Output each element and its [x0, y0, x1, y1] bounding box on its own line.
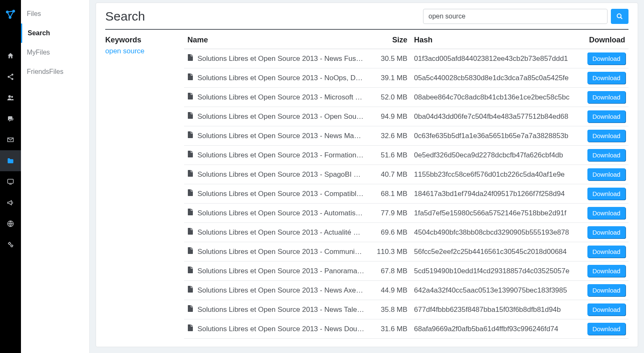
table-row: Solutions Libres et Open Source 2013 - M… [184, 88, 628, 107]
file-hash: 56fcc5e2eef2c25b4416561c30545c2018d00684 [411, 242, 584, 261]
table-row: Solutions Libres et Open Source 2013 - C… [184, 184, 628, 204]
file-name: Solutions Libres et Open Source 2013 - N… [197, 306, 364, 314]
file-name: Solutions Libres et Open Source 2013 - P… [197, 267, 364, 275]
download-button[interactable]: Download [587, 207, 626, 219]
file-size: 35.8 MB [371, 300, 410, 319]
file-hash: 68afa9669a2f0afb5ba61d4ffbf93c996246fd74 [411, 319, 584, 339]
file-name: Solutions Libres et Open Source 2013 - S… [197, 170, 361, 179]
table-row: Solutions Libres et Open Source 2013 - N… [184, 339, 628, 341]
nav-share[interactable] [0, 66, 21, 87]
table-row: Solutions Libres et Open Source 2013 - A… [184, 223, 628, 242]
svg-point-12 [617, 14, 621, 18]
svg-point-10 [9, 243, 11, 245]
download-button[interactable]: Download [587, 130, 626, 142]
download-button[interactable]: Download [587, 226, 626, 238]
file-name: Solutions Libres et Open Source 2013 - N… [197, 325, 364, 333]
svg-point-7 [11, 96, 13, 98]
results-table: Name Size Hash Download Solutions Libres… [184, 34, 628, 341]
file-hash: 0e5edf326d50eca9d2278dcbcfb47fa626cbf4db [411, 146, 584, 165]
table-row: Solutions Libres et Open Source 2013 - N… [184, 68, 628, 88]
file-hash: 01f3acd005afd844023812ee43cb2b73e857ddd1 [411, 49, 584, 68]
svg-point-5 [11, 78, 13, 80]
nav-files[interactable] [0, 150, 21, 171]
nav-network[interactable] [0, 213, 21, 234]
search-input[interactable] [423, 9, 608, 24]
search-button[interactable] [611, 9, 628, 24]
nav-settings[interactable] [0, 234, 21, 255]
file-icon [187, 189, 193, 198]
download-button[interactable]: Download [587, 323, 626, 335]
file-icon [187, 267, 193, 275]
nav-chat[interactable] [0, 108, 21, 129]
nav-announce[interactable] [0, 192, 21, 213]
sidebar-item-friendsfiles[interactable]: FriendsFiles [21, 62, 89, 81]
nav-mail[interactable] [0, 129, 21, 150]
app-logo-icon [0, 3, 21, 25]
download-button[interactable]: Download [587, 168, 626, 180]
nav-people[interactable] [0, 87, 21, 108]
file-size: 67.8 MB [371, 261, 410, 281]
file-icon [187, 73, 193, 82]
download-button[interactable]: Download [587, 303, 626, 316]
file-name: Solutions Libres et Open Source 2013 - A… [197, 209, 363, 217]
download-button[interactable]: Download [587, 188, 626, 200]
nav-home[interactable] [0, 45, 21, 66]
file-name: Solutions Libres et Open Source 2013 - F… [197, 151, 364, 160]
file-icon [187, 93, 193, 102]
file-hash: 642a4a32f40cc5aac0513e1399075bec183f3985 [411, 281, 584, 300]
sidebar-item-myfiles[interactable]: MyFiles [21, 43, 89, 62]
file-hash: 5cd519490b10edd1f4cd29318857d4c03525057e [411, 261, 584, 281]
download-button[interactable]: Download [587, 91, 626, 103]
file-name: Solutions Libres et Open Source 2013 - C… [197, 248, 362, 256]
file-size: 77.9 MB [371, 204, 410, 223]
file-hash: 08abee864c70c8adc8b41cb136e1ce2bec58c5bc [411, 88, 584, 107]
file-hash: 184617a3bd1ef794da24f09517b1266f7f258d94 [411, 184, 584, 204]
file-hash: 1155bb23fcc58ce6f576d01cb226c5da40af1e9e [411, 165, 584, 184]
search-icon [616, 13, 623, 20]
svg-rect-8 [8, 179, 13, 183]
file-name: Solutions Libres et Open Source 2013 - M… [197, 93, 362, 102]
file-size: 69.6 MB [371, 223, 410, 242]
file-icon [187, 286, 193, 295]
file-size: 52.0 MB [371, 88, 410, 107]
table-row: Solutions Libres et Open Source 2013 - N… [184, 49, 628, 68]
download-button[interactable]: Download [587, 265, 626, 277]
file-size: 30.5 MB [371, 49, 410, 68]
download-button[interactable]: Download [587, 149, 626, 161]
table-row: Solutions Libres et Open Source 2013 - N… [184, 319, 628, 339]
file-size: 32.6 MB [371, 126, 410, 146]
download-button[interactable]: Download [587, 72, 626, 84]
file-icon [187, 151, 193, 160]
table-row: Solutions Libres et Open Source 2013 - N… [184, 126, 628, 146]
file-icon [187, 228, 193, 237]
file-name: Solutions Libres et Open Source 2013 - O… [197, 112, 364, 121]
download-button[interactable]: Download [587, 284, 626, 296]
table-row: Solutions Libres et Open Source 2013 - S… [184, 165, 628, 184]
file-size: 31.6 MB [371, 319, 410, 339]
svg-point-3 [11, 74, 13, 76]
table-row: Solutions Libres et Open Source 2013 - N… [184, 300, 628, 319]
file-hash: 1fa5d7ef5e15980c566a5752146e7518bbe2d91f [411, 204, 584, 223]
table-row: Solutions Libres et Open Source 2013 - N… [184, 281, 628, 300]
file-icon [187, 305, 193, 314]
files-sidebar: FilesSearchMyFilesFriendsFiles [21, 0, 90, 353]
file-name: Solutions Libres et Open Source 2013 - N… [197, 55, 363, 63]
file-name: Solutions Libres et Open Source 2013 - N… [197, 74, 363, 82]
file-hash: 4504cb490bfc38bb08cbcd3290905b555193e878 [411, 223, 584, 242]
file-name: Solutions Libres et Open Source 2013 - N… [197, 286, 363, 295]
sidebar-item-files[interactable]: Files [21, 4, 89, 24]
file-icon [187, 112, 193, 121]
col-header-name: Name [184, 34, 371, 49]
download-button[interactable]: Download [587, 52, 626, 65]
download-button[interactable]: Download [587, 110, 626, 123]
sidebar-item-search[interactable]: Search [21, 24, 89, 43]
col-header-download: Download [584, 34, 628, 49]
file-hash: 6d5c26f968a82c12b9bda1e050b2bd1f3cdc86a8 [411, 339, 584, 341]
col-header-size: Size [371, 34, 410, 49]
file-icon [187, 324, 193, 333]
nav-channels[interactable] [0, 171, 21, 192]
table-row: Solutions Libres et Open Source 2013 - A… [184, 204, 628, 223]
file-icon [187, 209, 193, 217]
download-button[interactable]: Download [587, 246, 626, 258]
keyword-link[interactable]: open source [105, 47, 184, 55]
